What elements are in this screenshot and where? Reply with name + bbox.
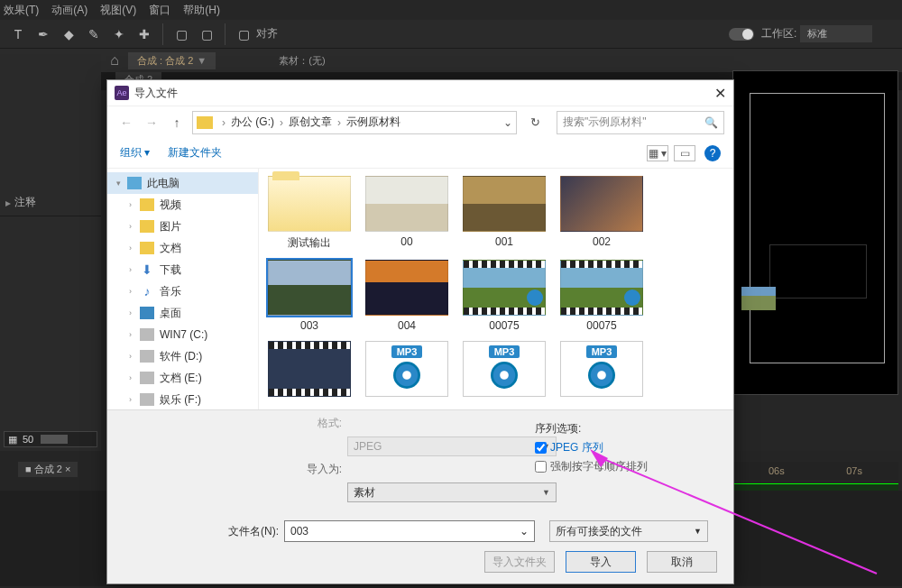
stamp-tool-icon[interactable]: ✦	[108, 23, 130, 45]
comp-bounds-rect	[750, 93, 885, 363]
filename-combo[interactable]: 003⌄	[284, 520, 535, 542]
file-item-video[interactable]: 00075	[461, 260, 548, 332]
layer-rect	[769, 244, 867, 299]
comp-tab[interactable]: 合成 : 合成 2▼	[128, 52, 216, 69]
menu-help[interactable]: 帮助(H)	[183, 3, 220, 18]
menu-effect[interactable]: 效果(T)	[4, 3, 39, 18]
tree-downloads[interactable]: ›⬇下载	[107, 259, 258, 280]
snap-box-icon[interactable]: ▢	[170, 23, 192, 45]
slider-thumb[interactable]	[41, 435, 68, 444]
file-item[interactable]: 00	[364, 176, 450, 251]
annotation-panel-header[interactable]: 注释	[0, 189, 101, 216]
tree-win7[interactable]: ›WIN7 (C:)	[107, 324, 258, 345]
file-grid[interactable]: 测试输出 00 001 002 003 004 00075 00075 MP3 …	[259, 169, 733, 409]
view-mode-icon[interactable]: ▦ ▾	[647, 145, 668, 161]
filetype-combo[interactable]: 所有可接受的文件▼	[549, 520, 708, 542]
refresh-icon[interactable]: ↻	[524, 112, 546, 133]
folder-tree[interactable]: ▾此电脑 ›视频 ›图片 ›文档 ›⬇下载 ›♪音乐 ›桌面 ›WIN7 (C:…	[107, 169, 259, 409]
workspace-label: 工作区:	[761, 26, 796, 41]
file-item-video[interactable]	[266, 341, 353, 400]
file-item[interactable]: 004	[364, 260, 450, 332]
preview-toggle[interactable]	[729, 28, 754, 41]
menu-animation[interactable]: 动画(A)	[51, 3, 87, 18]
dialog-lower: 格式: JPEG▼ 导入为: 素材▼ 序列选项: JPEG 序列 强制按字母顺序…	[107, 409, 733, 583]
tree-docs-e[interactable]: ›文档 (E:)	[107, 367, 258, 389]
importas-label: 导入为:	[291, 462, 342, 477]
file-item[interactable]: 002	[558, 176, 645, 251]
tree-software[interactable]: ›软件 (D:)	[107, 345, 258, 367]
file-item-selected[interactable]: 003	[266, 260, 353, 332]
tree-docs[interactable]: ›文档	[107, 237, 258, 259]
filename-label: 文件名(N):	[228, 524, 279, 539]
brush-tool-icon[interactable]: ✎	[83, 23, 105, 45]
grid-icon: ▦	[8, 434, 17, 446]
menu-bar: 效果(T) 动画(A) 视图(V) 窗口 帮助(H)	[0, 0, 902, 20]
file-item-folder[interactable]: 测试输出	[266, 176, 353, 251]
nav-up-icon[interactable]: ↑	[167, 113, 187, 133]
menu-window[interactable]: 窗口	[149, 3, 170, 18]
nav-forward-icon: →	[142, 113, 161, 133]
tool-separator	[162, 23, 163, 45]
path-seg[interactable]: 原创文章	[289, 115, 332, 130]
cancel-button[interactable]: 取消	[647, 551, 717, 573]
preview-pane-icon[interactable]: ▭	[674, 145, 695, 161]
folder-icon	[197, 116, 213, 129]
tool-separator	[225, 23, 226, 45]
tree-video[interactable]: ›视频	[107, 194, 258, 216]
snap-box2-icon[interactable]: ▢	[196, 23, 217, 45]
breadcrumb[interactable]: › 办公 (G:) › 原创文章 › 示例原材料 ⌄	[192, 111, 517, 134]
filename-row: 文件名(N): 003⌄ 所有可接受的文件▼	[228, 520, 721, 542]
left-panel: 注释 ▦ 50	[0, 54, 101, 451]
tree-desktop[interactable]: ›桌面	[107, 302, 258, 324]
path-seg[interactable]: 示例原材料	[346, 115, 400, 130]
import-button[interactable]: 导入	[566, 551, 636, 573]
import-file-dialog: Ae 导入文件 ✕ ← → ↑ › 办公 (G:) › 原创文章 › 示例原材料…	[106, 79, 734, 584]
tree-music[interactable]: ›♪音乐	[107, 280, 258, 302]
chevron-down-icon[interactable]: ⌄	[503, 116, 512, 129]
pen-tool-icon[interactable]: ✒	[32, 23, 54, 45]
format-combo: JPEG▼	[347, 436, 557, 456]
file-item-mp3[interactable]: MP3	[558, 341, 645, 400]
dialog-body: ▾此电脑 ›视频 ›图片 ›文档 ›⬇下载 ›♪音乐 ›桌面 ›WIN7 (C:…	[107, 169, 733, 409]
snap-label: 对齐	[256, 26, 278, 41]
file-item[interactable]: 001	[461, 176, 548, 251]
zoom-value: 50	[23, 434, 33, 445]
time-ruler[interactable]: 06s 07s	[732, 462, 898, 480]
file-item-video[interactable]: 00075	[558, 260, 645, 332]
search-input[interactable]: 搜索"示例原材料" 🔍	[557, 111, 724, 134]
import-folder-button[interactable]: 导入文件夹	[484, 551, 555, 573]
timeline-track[interactable]	[732, 483, 898, 491]
tree-pictures[interactable]: ›图片	[107, 216, 258, 237]
button-row: 导入文件夹 导入 取消	[120, 551, 717, 573]
source-tab[interactable]: 素材：(无)	[270, 52, 334, 69]
format-label: 格式:	[291, 416, 342, 431]
ae-app-icon: Ae	[115, 86, 129, 100]
menu-view[interactable]: 视图(V)	[100, 3, 136, 18]
preview-thumb	[741, 287, 776, 310]
sequence-header: 序列选项:	[535, 421, 648, 436]
align-check-icon[interactable]: ▢	[233, 23, 254, 45]
chevron-down-icon: ▼	[197, 55, 207, 66]
tree-ent[interactable]: ›娱乐 (F:)	[107, 389, 258, 409]
dialog-navbar: ← → ↑ › 办公 (G:) › 原创文章 › 示例原材料 ⌄ ↻ 搜索"示例…	[107, 106, 733, 138]
timeline-tab[interactable]: ■ 合成 2 ×	[18, 462, 78, 477]
shape-tool-icon[interactable]: ◆	[58, 23, 79, 45]
importas-combo[interactable]: 素材▼	[347, 482, 557, 502]
file-item-mp3[interactable]: MP3	[364, 341, 450, 400]
workspace-combo[interactable]: 标准	[800, 25, 872, 42]
zoom-slider[interactable]: ▦ 50	[4, 431, 97, 447]
file-item-mp3[interactable]: MP3	[461, 341, 548, 400]
newfolder-button[interactable]: 新建文件夹	[168, 145, 222, 161]
nav-back-icon[interactable]: ←	[116, 113, 136, 133]
close-icon[interactable]: ✕	[714, 85, 726, 102]
ruler-tick: 07s	[846, 465, 862, 476]
text-tool-icon[interactable]: T	[7, 23, 29, 45]
path-disk[interactable]: 办公 (G:)	[231, 115, 274, 130]
alpha-order-checkbox[interactable]: 强制按字母顺序排列	[535, 459, 648, 474]
pin-tool-icon[interactable]: ✚	[133, 23, 155, 45]
tree-this-pc[interactable]: ▾此电脑	[107, 172, 258, 194]
help-icon[interactable]: ?	[704, 145, 721, 161]
jpeg-sequence-checkbox[interactable]: JPEG 序列	[535, 440, 648, 455]
home-icon[interactable]: ⌂	[105, 51, 124, 70]
organize-button[interactable]: 组织 ▾	[120, 145, 150, 161]
